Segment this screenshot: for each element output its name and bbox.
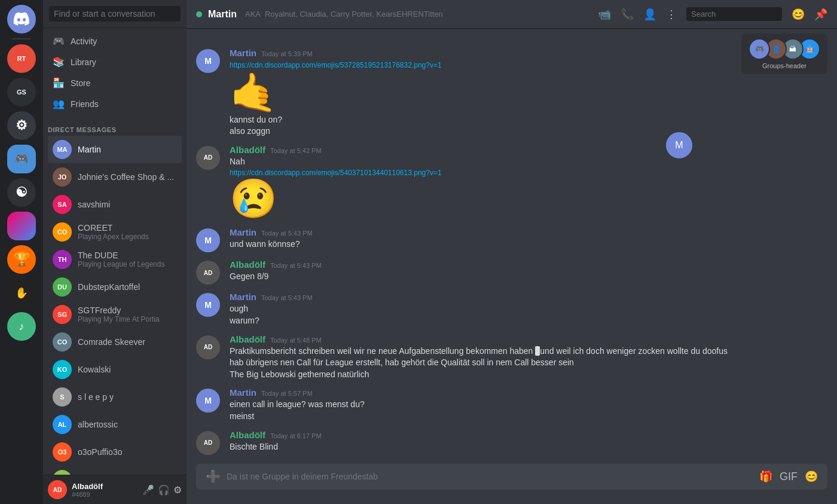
mute-icon[interactable]: 🎤: [142, 484, 154, 496]
dm-avatar-albertossic: AL: [53, 415, 72, 434]
msg-time: Today at 5:43 PM: [261, 230, 313, 237]
dm-avatar-kowalski: KO: [53, 360, 72, 379]
msg-link[interactable]: https://cdn.discordapp.com/emojis/537285…: [230, 61, 442, 69]
dm-item-coreet[interactable]: CO COREET Playing Apex Legends: [48, 218, 182, 246]
dm-item-info-sleepy: s l e e p y: [78, 392, 114, 402]
server-icon-gs[interactable]: GS: [7, 78, 36, 106]
msg-avatar-martin: M: [196, 49, 220, 73]
dm-search-input[interactable]: [49, 6, 181, 22]
dm-item-savshimi[interactable]: SA savshimi: [48, 191, 182, 218]
phone-call-icon[interactable]: 📞: [621, 8, 634, 21]
dm-item-info-albertossic: albertossic: [78, 420, 118, 429]
msg-avatar-albadolf-3: AD: [196, 335, 220, 359]
msg-time: Today at 5:39 PM: [261, 50, 313, 57]
msg-text-3: The Big Lebowski gethemed natürlich: [230, 369, 827, 381]
server-icon-s9[interactable]: ♪: [7, 312, 36, 341]
server-icon-s8[interactable]: ✋: [7, 279, 36, 307]
more-icon[interactable]: ⋮: [666, 8, 677, 21]
msg-content: Albadölf Today at 5:48 PM Praktikumsberi…: [230, 334, 827, 381]
msg-text: Nah: [230, 156, 827, 168]
server-icon-s4[interactable]: 🎮: [7, 145, 36, 173]
add-file-icon[interactable]: ➕: [206, 469, 221, 484]
chat-header-aka: AKA Royalnut, Claudia, Carry Potter, Kea…: [245, 10, 443, 19]
gift-icon[interactable]: 🎁: [759, 470, 772, 483]
gif-icon[interactable]: GIF: [780, 471, 798, 483]
dm-item-thedude[interactable]: TH The DUDE Playing League of Legends: [48, 246, 182, 273]
chat-input[interactable]: [227, 463, 753, 490]
message-group: M Martin Today at 5:43 PM und wann könns…: [187, 225, 837, 255]
dm-item-info-martin: Martin: [78, 145, 101, 154]
dm-avatar-savshimi: SA: [53, 195, 72, 214]
nav-item-activity[interactable]: 🎮 Activity: [48, 30, 182, 51]
dm-avatar-sgtfreddy: SG: [53, 305, 72, 324]
dm-item-name-thedude: The DUDE: [78, 251, 164, 260]
dm-item-name-savshimi: savshimi: [78, 200, 110, 209]
pin-icon[interactable]: 📌: [814, 8, 827, 21]
dm-item-kowalski[interactable]: KO Kowalski: [48, 356, 182, 383]
msg-author: Albadölf: [230, 430, 265, 440]
msg-author: Albadölf: [230, 259, 265, 270]
group-avatar-1: 🎮: [749, 38, 770, 60]
dm-item-name-sleepy: s l e e p y: [78, 392, 114, 402]
msg-time: Today at 5:43 PM: [261, 294, 313, 301]
message-group: M Martin Today at 5:57 PM einen call in …: [187, 385, 837, 424]
dm-item-albertossic[interactable]: AL albertossic: [48, 411, 182, 438]
msg-time: Today at 6:17 PM: [270, 432, 322, 439]
dm-item-dubstep[interactable]: DU DubstepKartoffel: [48, 273, 182, 301]
msg-content: Albadölf Today at 5:42 PM Nah https://cd…: [230, 145, 827, 221]
nav-activity-label: Activity: [71, 36, 97, 46]
deafen-icon[interactable]: 🎧: [158, 484, 170, 496]
nav-item-friends[interactable]: 👥 Friends: [48, 93, 182, 114]
dm-item-info-johnie: Johnie's Coffee Shop & ...: [78, 172, 174, 182]
nav-item-library[interactable]: 📚 Library: [48, 51, 182, 72]
user-bar-controls: 🎤 🎧 ⚙: [142, 484, 182, 496]
chat-header-name: Martin: [208, 9, 237, 20]
dm-item-comrade[interactable]: CO Comrade Skeever: [48, 328, 182, 356]
msg-text: https://cdn.discordapp.com/emojis/537285…: [230, 59, 827, 71]
msg-content: Martin Today at 5:43 PM ough warum?: [230, 292, 827, 326]
dm-item-info-dubstep: DubstepKartoffel: [78, 282, 140, 292]
blurred-text: [535, 346, 540, 356]
dm-avatar-johnie: JO: [53, 167, 72, 187]
current-user-tag: #4889: [72, 491, 103, 498]
dm-item-name-dubstep: DubstepKartoffel: [78, 282, 140, 292]
server-icon-rt[interactable]: RT: [7, 44, 36, 73]
emoji-icon[interactable]: 😊: [792, 8, 805, 21]
dm-avatar-tox: TO: [53, 470, 72, 475]
discord-home-button[interactable]: [7, 5, 36, 33]
dm-avatar-comrade: CO: [53, 332, 72, 352]
server-icon-s6[interactable]: [7, 212, 36, 240]
server-icon-s7[interactable]: 🏆: [7, 245, 36, 274]
chat-input-box: ➕ 🎁 GIF 😊: [196, 463, 827, 490]
message-group: AD Albadölf Today at 5:42 PM Nah https:/…: [187, 142, 837, 223]
msg-link-2[interactable]: https://cdn.discordapp.com/emojis/540371…: [230, 169, 442, 177]
store-icon: 🏪: [53, 77, 65, 88]
emoji-picker-icon[interactable]: 😊: [805, 470, 818, 483]
msg-author: Albadölf: [230, 334, 265, 344]
video-call-icon[interactable]: 📹: [598, 8, 611, 21]
msg-author: Martin: [230, 387, 256, 398]
dm-item-sgtfreddy[interactable]: SG SGTFreddy Playing My Time At Portia: [48, 301, 182, 328]
add-friend-icon[interactable]: 👤: [643, 8, 656, 21]
dm-item-johnie[interactable]: JO Johnie's Coffee Shop & ...: [48, 163, 182, 191]
msg-time: Today at 5:43 PM: [270, 262, 322, 269]
message-area[interactable]: 🎮 👤 🏔 🤖 Groups-header M Martin Today at …: [187, 29, 837, 463]
nav-item-store[interactable]: 🏪 Store: [48, 72, 182, 93]
message-group: AD Albadölf Today at 6:17 PM Bischte Bli…: [187, 427, 837, 457]
chat-search-input[interactable]: [686, 7, 782, 21]
dm-item-name-comrade: Comrade Skeever: [78, 337, 145, 347]
settings-icon[interactable]: ⚙: [173, 484, 182, 496]
server-bar: RT GS ⚙ 🎮 ☯ 🏆 ✋ ♪: [0, 0, 43, 504]
dm-item-o3opuffio[interactable]: O3 o3oPuffio3o: [48, 438, 182, 466]
dm-item-martin[interactable]: MA Martin: [48, 136, 182, 163]
msg-text: einen call in league? was menst du?: [230, 399, 827, 411]
server-icon-gear[interactable]: ⚙: [7, 111, 36, 140]
server-icon-s5[interactable]: ☯: [7, 178, 36, 207]
dm-item-sleepy[interactable]: S s l e e p y: [48, 383, 182, 411]
message-group: AD Albadölf Today at 5:48 PM Praktikumsb…: [187, 332, 837, 383]
dm-user-bar: AD Albadölf #4889 🎤 🎧 ⚙: [43, 475, 187, 504]
dm-avatar-dubstep: DU: [53, 277, 72, 297]
dm-item-tox[interactable]: TO Tox: [48, 466, 182, 475]
msg-content: Martin Today at 5:43 PM und wann könnse?: [230, 227, 827, 251]
current-user-name: Albadölf: [72, 482, 103, 491]
